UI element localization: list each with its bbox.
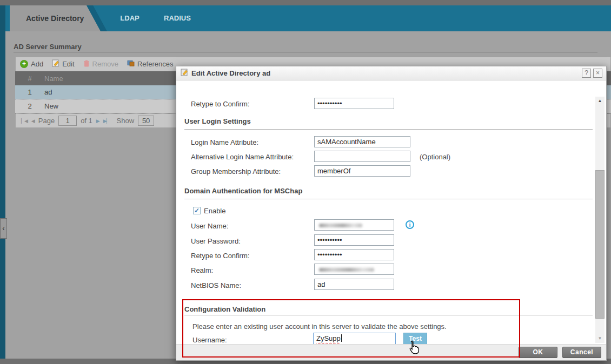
retype-confirm-label: Retype to Confirm: [191, 252, 249, 260]
section-rule [184, 129, 593, 130]
user-name-input[interactable] [314, 219, 394, 231]
tab-radius[interactable]: RADIUS [154, 5, 201, 31]
scrollbar-thumb[interactable] [595, 170, 605, 319]
col-header-name: Name [44, 75, 63, 83]
section-title-rule [14, 52, 597, 53]
netbios-name-label: NetBIOS Name: [191, 281, 241, 289]
references-icon [127, 60, 135, 68]
mouse-cursor-icon [408, 340, 420, 356]
show-count-input[interactable] [138, 116, 154, 126]
edit-button[interactable]: Edit [52, 59, 74, 69]
edit-active-directory-dialog: Edit Active Directory ad ? × Retype to C… [176, 66, 607, 361]
remove-button[interactable]: Remove [83, 60, 118, 69]
edit-icon [52, 59, 59, 69]
user-login-settings-heading: User Login Settings [184, 117, 251, 125]
user-password-input[interactable] [314, 234, 394, 246]
group-membership-attribute-input[interactable] [314, 165, 410, 177]
references-label: References [137, 60, 173, 68]
realm-input[interactable] [314, 264, 394, 275]
mschap-heading: Domain Authentication for MSChap [184, 187, 302, 195]
scroll-up-icon[interactable]: ▲ [595, 97, 605, 105]
group-membership-attribute-label: Group Membership Attribute: [191, 167, 281, 176]
references-button[interactable]: References [127, 60, 173, 68]
edit-dialog-icon [181, 69, 188, 78]
info-icon[interactable]: i [406, 220, 414, 229]
page-number-input[interactable] [58, 116, 77, 126]
retype-confirm-input[interactable] [314, 249, 394, 260]
edit-label: Edit [62, 60, 74, 68]
ok-button[interactable]: OK [519, 347, 557, 358]
tab-ldap[interactable]: LDAP [108, 5, 151, 31]
redacted-value [319, 224, 362, 227]
row-name: ad [44, 88, 52, 96]
help-icon[interactable]: ? [582, 69, 591, 78]
retype-confirm-input[interactable] [314, 98, 394, 109]
prev-page-icon[interactable]: ◀ [31, 118, 35, 124]
close-icon[interactable]: × [593, 69, 602, 78]
row-num: 2 [22, 102, 38, 110]
dialog-body: Retype to Confirm: User Login Settings L… [176, 80, 606, 345]
alt-login-attribute-input[interactable] [314, 151, 410, 162]
netbios-name-input[interactable] [314, 279, 394, 290]
user-password-label: User Password: [191, 237, 241, 245]
alt-login-attribute-label: Alternative Login Name Attribute: [191, 153, 294, 161]
optional-hint: (Optional) [420, 153, 450, 161]
tab-active-directory[interactable]: Active Directory [10, 5, 101, 31]
enable-checkbox[interactable]: ✓ [193, 207, 201, 214]
section-title: AD Server Summary [14, 43, 82, 51]
dialog-title: Edit Active Directory ad [191, 69, 270, 77]
window-top-bar [0, 0, 611, 5]
col-header-num: # [22, 75, 38, 83]
annotation-highlight-box [182, 299, 520, 358]
trash-icon [83, 60, 90, 69]
retype-confirm-label: Retype to Confirm: [191, 100, 249, 108]
cancel-button[interactable]: Cancel [562, 347, 601, 358]
login-name-attribute-input[interactable] [314, 136, 410, 147]
realm-label: Realm: [191, 266, 213, 274]
checkmark-icon: ✓ [194, 207, 200, 214]
add-icon: + [20, 60, 28, 68]
show-label: Show [117, 117, 135, 125]
section-rule [184, 199, 593, 199]
row-num: 1 [22, 88, 38, 96]
first-page-icon[interactable]: ▏◀ [21, 118, 28, 124]
last-page-icon[interactable]: ▶▏ [103, 118, 110, 124]
next-page-icon[interactable]: ▶ [96, 118, 99, 124]
dialog-header[interactable]: Edit Active Directory ad [176, 66, 606, 80]
sidebar-collapse-handle[interactable]: ‹ [0, 218, 7, 239]
row-name: New [44, 102, 58, 110]
login-name-attribute-label: Login Name Attribute: [191, 138, 258, 146]
page-label: Page [38, 117, 55, 125]
add-button[interactable]: + Add [20, 60, 43, 68]
add-label: Add [31, 60, 43, 68]
user-name-label: User Name: [191, 222, 228, 230]
remove-label: Remove [92, 60, 118, 68]
page-of-label: of 1 [81, 117, 92, 125]
sidebar-collapsed-strip [0, 5, 5, 359]
redacted-value [319, 268, 374, 272]
enable-label: Enable [204, 207, 225, 215]
chevron-left-icon: ‹ [2, 224, 4, 232]
scroll-down-icon[interactable]: ▼ [595, 334, 605, 343]
